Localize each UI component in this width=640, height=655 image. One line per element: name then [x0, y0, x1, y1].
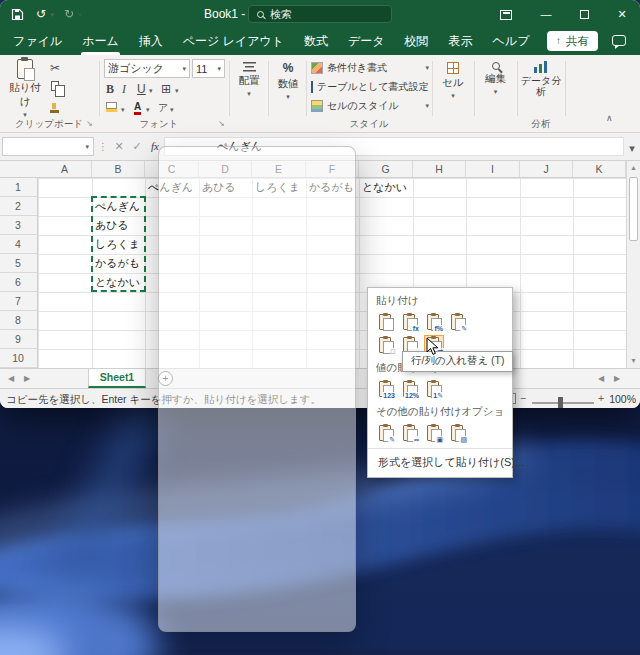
zoom-slider-thumb[interactable]	[558, 397, 563, 408]
fill-color-button[interactable]	[106, 102, 117, 109]
borders-button[interactable]: ⊞	[161, 82, 171, 96]
underline-caret-icon[interactable]: ▾	[149, 87, 153, 94]
vertical-scrollbar[interactable]: ▲ ▼	[626, 161, 640, 368]
paste-icon-paste[interactable]	[376, 312, 396, 332]
row-header-10[interactable]: 10	[0, 349, 36, 368]
paste-icon-paste-link[interactable]: ∞	[400, 423, 420, 443]
row-header-5[interactable]: 5	[0, 254, 36, 273]
hscroll-right-icon[interactable]: ▶	[610, 369, 624, 389]
row-header-4[interactable]: 4	[0, 235, 36, 254]
copy-icon[interactable]	[51, 81, 59, 93]
font-color-caret-icon[interactable]: ▾	[146, 106, 150, 113]
borders-caret-icon[interactable]: ▾	[175, 87, 179, 94]
tab-view[interactable]: 表示	[439, 28, 483, 55]
drag-dots-icon[interactable]: ⋮	[98, 137, 108, 156]
column-header-i[interactable]: I	[466, 161, 520, 177]
paste-button[interactable]: 貼り付け ▾	[6, 59, 44, 118]
sheet-tab-sheet1[interactable]: Sheet1	[88, 369, 146, 388]
tab-formulas[interactable]: 数式	[294, 28, 338, 55]
paste-icon-formulas[interactable]: fx	[400, 312, 420, 332]
font-name-combo[interactable]: 游ゴシック ▾	[104, 59, 190, 78]
save-icon[interactable]	[8, 0, 26, 30]
column-header-a[interactable]: A	[38, 161, 92, 177]
paste-icon-formulas-number-formatting[interactable]: f%	[424, 312, 444, 332]
row-header-7[interactable]: 7	[0, 292, 36, 311]
editing-group-button[interactable]: 編集 ▾	[476, 62, 515, 95]
row-header-6[interactable]: 6	[0, 273, 36, 292]
column-header-j[interactable]: J	[520, 161, 573, 177]
row-header-9[interactable]: 9	[0, 330, 36, 349]
collapse-ribbon-icon[interactable]: ∧	[606, 113, 613, 123]
paste-icon-formatting[interactable]: ✎	[376, 423, 396, 443]
paste-icon-keep-source-formatting[interactable]: ✎	[448, 312, 468, 332]
enter-check-icon[interactable]: ✓	[128, 137, 146, 156]
cut-icon[interactable]: ✂	[50, 61, 60, 75]
vertical-scroll-thumb[interactable]	[629, 177, 638, 241]
maximize-button[interactable]	[566, 0, 602, 28]
hscroll-left-icon[interactable]: ◀	[594, 369, 608, 389]
alignment-group-button[interactable]: 配置 ▾	[231, 62, 267, 97]
undo-button[interactable]: ↺	[34, 0, 48, 28]
cells-group-button[interactable]: セル ▾	[434, 62, 472, 99]
paste-icon-picture[interactable]: ▣	[424, 423, 444, 443]
zoom-in-icon[interactable]: +	[598, 392, 604, 404]
italic-button[interactable]: I	[122, 82, 126, 96]
scroll-up-icon[interactable]: ▲	[627, 163, 640, 173]
zoom-level[interactable]: 100%	[609, 393, 636, 405]
fill-color-caret-icon[interactable]: ▾	[121, 106, 125, 113]
paste-icon-linked-picture[interactable]: ▨	[448, 423, 468, 443]
name-box[interactable]: ▾	[2, 137, 94, 156]
format-as-table-button[interactable]: テーブルとして書式設定 ▾	[311, 78, 429, 95]
paste-special-item[interactable]: 形式を選択して貼り付け(S)...	[376, 453, 504, 471]
zoom-out-icon[interactable]: −	[520, 392, 526, 404]
column-header-h[interactable]: H	[413, 161, 466, 177]
sheet-nav-right-icon[interactable]: ▶	[20, 369, 34, 389]
conditional-formatting-button[interactable]: 条件付き書式 ▾	[311, 59, 429, 76]
font-color-button[interactable]: A	[134, 102, 141, 115]
row-header-2[interactable]: 2	[0, 197, 36, 216]
data-analysis-button[interactable]: データ分析	[520, 60, 562, 97]
format-painter-icon[interactable]	[52, 99, 56, 111]
ribbon-display-options-icon[interactable]	[492, 0, 520, 28]
bold-button[interactable]: B	[106, 82, 114, 96]
phonetic-button[interactable]: ア	[158, 101, 168, 115]
phonetic-caret-icon[interactable]: ▾	[170, 106, 174, 113]
close-button[interactable]: ✕	[604, 0, 640, 28]
tab-file[interactable]: ファイル	[3, 28, 72, 55]
paste-icon-no-borders[interactable]: □	[376, 335, 396, 355]
zoom-slider-track[interactable]	[532, 402, 594, 404]
search-box[interactable]: 検索	[248, 5, 392, 23]
paste-icon-values-source-formatting[interactable]: 1✎	[424, 379, 444, 399]
number-group-button[interactable]: % 数値 ▾	[270, 62, 306, 100]
tab-data[interactable]: データ	[338, 28, 395, 55]
comments-icon[interactable]	[612, 35, 626, 46]
paste-icon-values[interactable]: 123	[376, 379, 396, 399]
paste-icon-values-number-formatting[interactable]: 12%	[400, 379, 420, 399]
column-header-k[interactable]: K	[573, 161, 626, 177]
font-dialog-launcher[interactable]: ↘	[218, 120, 225, 128]
minimize-button[interactable]: —	[528, 0, 564, 28]
column-header-b[interactable]: B	[92, 161, 145, 177]
tab-review[interactable]: 校閲	[395, 28, 439, 55]
redo-button[interactable]: ↻	[62, 0, 76, 28]
font-name-value: 游ゴシック	[108, 61, 164, 76]
underline-button[interactable]: U	[137, 82, 146, 96]
cancel-icon[interactable]: ✕	[110, 137, 128, 156]
row-header-3[interactable]: 3	[0, 216, 36, 235]
cell-g1[interactable]: となかい	[362, 178, 407, 197]
sheet-nav-left-icon[interactable]: ◀	[4, 369, 18, 389]
scroll-down-icon[interactable]: ▼	[627, 356, 640, 366]
cell-styles-button[interactable]: セルのスタイル ▾	[311, 97, 429, 114]
column-header-g[interactable]: G	[359, 161, 413, 177]
tab-page-layout[interactable]: ページ レイアウト	[173, 28, 294, 55]
row-header-1[interactable]: 1	[0, 178, 36, 197]
formula-bar-expand-icon[interactable]: ▾	[626, 137, 638, 156]
undo-caret-icon[interactable]: ▾	[48, 0, 56, 30]
tab-home[interactable]: ホーム	[72, 28, 129, 55]
font-size-combo[interactable]: 11 ▾	[192, 59, 225, 78]
tab-help[interactable]: ヘルプ	[483, 28, 540, 55]
row-header-8[interactable]: 8	[0, 311, 36, 330]
redo-caret-icon[interactable]: ▾	[76, 0, 84, 30]
tab-insert[interactable]: 挿入	[129, 28, 173, 55]
share-button[interactable]: ↑ 共有	[547, 31, 598, 51]
